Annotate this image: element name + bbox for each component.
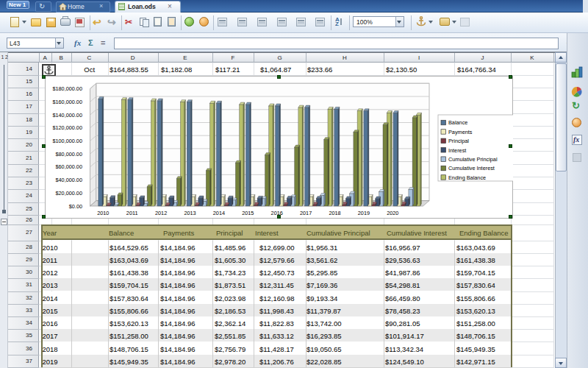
svg-text:2020: 2020 <box>387 210 398 216</box>
svg-text:$80,000.00: $80,000.00 <box>55 151 82 158</box>
svg-text:2010: 2010 <box>97 210 109 216</box>
svg-text:Payments: Payments <box>448 129 473 135</box>
svg-text:$180,000.00: $180,000.00 <box>52 85 82 92</box>
svg-text:$0.00: $0.00 <box>69 203 82 210</box>
svg-text:Interest: Interest <box>448 147 466 154</box>
svg-text:$160,000.00: $160,000.00 <box>52 99 82 105</box>
svg-text:2017: 2017 <box>300 210 312 216</box>
svg-text:$100,000.00: $100,000.00 <box>52 138 82 144</box>
svg-text:2019: 2019 <box>358 210 370 216</box>
svg-text:Ending Balance: Ending Balance <box>448 174 486 181</box>
svg-text:2018: 2018 <box>329 210 340 216</box>
svg-text:$40,000.00: $40,000.00 <box>55 177 82 183</box>
svg-text:Cumulative Interest: Cumulative Interest <box>448 165 495 171</box>
svg-text:Cumulative Principal: Cumulative Principal <box>448 156 498 163</box>
svg-text:2014: 2014 <box>213 210 225 216</box>
svg-text:$20,000.00: $20,000.00 <box>55 190 82 197</box>
svg-text:$120,000.00: $120,000.00 <box>52 124 82 131</box>
svg-text:Balance: Balance <box>448 119 467 126</box>
svg-text:2015: 2015 <box>242 210 254 216</box>
svg-text:Principal: Principal <box>448 138 469 144</box>
svg-text:2012: 2012 <box>155 210 167 216</box>
svg-text:$60,000.00: $60,000.00 <box>55 163 82 170</box>
svg-text:2013: 2013 <box>184 210 196 216</box>
svg-text:$140,000.00: $140,000.00 <box>52 112 82 118</box>
svg-text:2011: 2011 <box>126 210 138 216</box>
